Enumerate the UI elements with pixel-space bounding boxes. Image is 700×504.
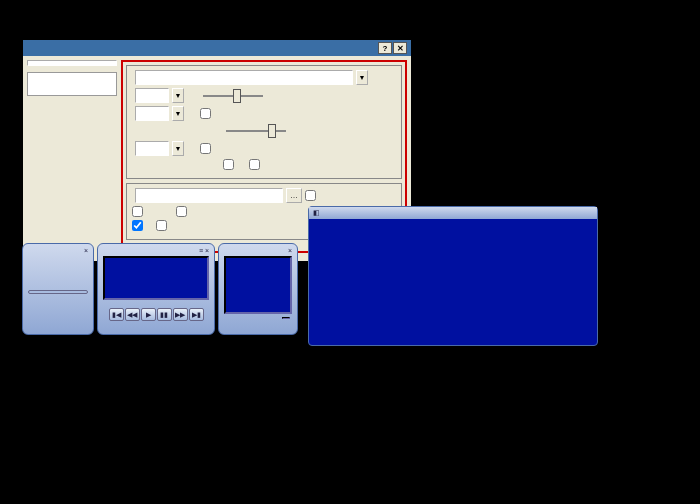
- un4seen-logo: [27, 72, 117, 96]
- rw-button[interactable]: ◀◀: [125, 308, 140, 321]
- track-scroll: [105, 258, 207, 260]
- help-button[interactable]: ?: [378, 42, 392, 54]
- dynamic-toggle[interactable]: [28, 290, 88, 294]
- directory-field[interactable]: [135, 188, 283, 203]
- pause-button[interactable]: ▮▮: [157, 308, 172, 321]
- lcd-display: [103, 256, 209, 300]
- channels-dropdown-icon[interactable]: ▼: [172, 106, 184, 121]
- info-tabs[interactable]: ◧: [309, 207, 597, 219]
- queue-time: [282, 317, 290, 319]
- main-module: ≡ × ▮◀ ◀◀ ▶ ▮▮ ▶▶ ▶▮: [97, 243, 215, 335]
- options-tree[interactable]: [27, 60, 117, 66]
- downmix-checkbox[interactable]: [200, 143, 214, 154]
- play-button[interactable]: ▶: [141, 308, 156, 321]
- prev-button[interactable]: ▮◀: [109, 308, 124, 321]
- samplerate-field[interactable]: [135, 88, 169, 103]
- sep-mod-checkbox[interactable]: [156, 220, 170, 231]
- eq-close-icon[interactable]: ×: [84, 247, 88, 254]
- apply-all-checkbox[interactable]: [200, 108, 214, 119]
- source-checkbox[interactable]: [305, 190, 319, 201]
- device-select[interactable]: [135, 70, 353, 85]
- queue-close-icon[interactable]: ×: [288, 247, 292, 254]
- info-corner-icon[interactable]: ◧: [313, 209, 320, 217]
- auto-filename-checkbox[interactable]: [132, 206, 146, 217]
- ff-button[interactable]: ▶▶: [173, 308, 188, 321]
- device-dropdown-icon[interactable]: ▼: [356, 70, 368, 85]
- queue-list[interactable]: [224, 256, 292, 314]
- next-button[interactable]: ▶▮: [189, 308, 204, 321]
- browse-button[interactable]: …: [286, 188, 302, 203]
- use-source-res-checkbox[interactable]: [132, 220, 146, 231]
- output-group: ▼ ▼ ▼: [126, 65, 402, 179]
- noise-checkbox[interactable]: [249, 159, 263, 170]
- resolution-dropdown-icon[interactable]: ▼: [172, 141, 184, 156]
- equalizer-module: ×: [22, 243, 94, 335]
- buffer-slider[interactable]: [203, 89, 263, 103]
- xmplay-player: × ≡ × ▮◀ ◀◀ ▶ ▮▮ ▶▶ ▶▮ ×: [22, 243, 302, 343]
- info-panel: ◧: [308, 206, 598, 346]
- channels-field[interactable]: [135, 106, 169, 121]
- remove-ext-checkbox[interactable]: [176, 206, 190, 217]
- close-button[interactable]: ✕: [393, 42, 407, 54]
- samplerate-dropdown-icon[interactable]: ▼: [172, 88, 184, 103]
- titlebar[interactable]: ? ✕: [23, 40, 411, 56]
- info-body: [309, 219, 597, 231]
- main-close-icon[interactable]: ≡ ×: [199, 247, 209, 254]
- dither-checkbox[interactable]: [223, 159, 237, 170]
- src-slider[interactable]: [226, 124, 286, 138]
- resolution-field[interactable]: [135, 141, 169, 156]
- queue-module: ×: [218, 243, 298, 335]
